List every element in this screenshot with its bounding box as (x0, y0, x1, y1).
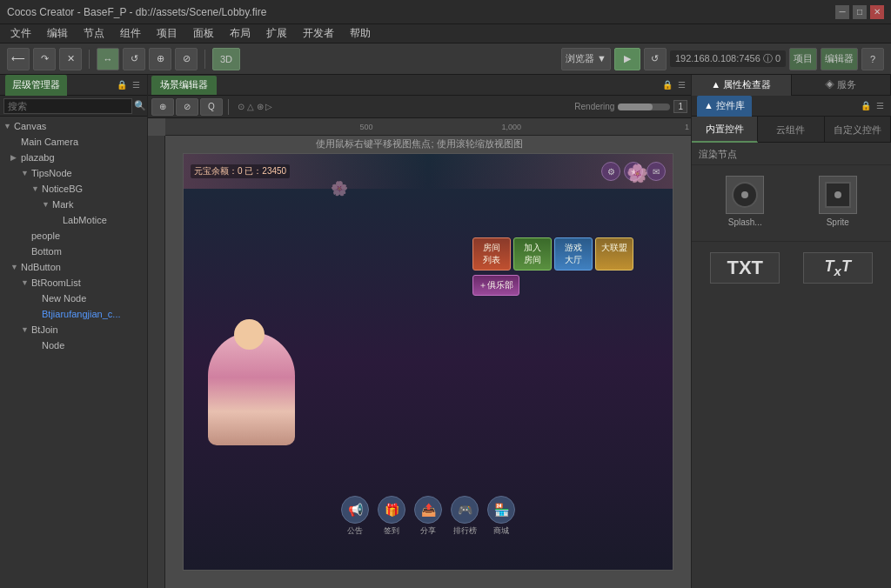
game-character (208, 332, 295, 445)
tree-item[interactable]: Bottom (0, 244, 147, 259)
tree-item[interactable]: ▼ Mark (0, 197, 147, 212)
custom-tab[interactable]: 自定义控件 (825, 117, 891, 143)
menu-panel[interactable]: 面板 (186, 24, 221, 43)
inspector-tab[interactable]: ▲ 属性检查器 (692, 75, 792, 96)
tree-item[interactable]: New Node (0, 291, 147, 306)
menu-developer[interactable]: 开发者 (296, 24, 341, 43)
scene-editor-panel: 场景编辑器 🔒 ☰ ⊕ ⊘ Q ⊙ △ ⊛ ▷ Rendering 1 (148, 75, 691, 588)
help-button[interactable]: ? (861, 48, 884, 70)
game-icon-3: ✉ (646, 162, 666, 181)
tree-item[interactable]: LabMotice (0, 212, 147, 228)
project-button[interactable]: 项目 (789, 48, 817, 70)
menu-file[interactable]: 文件 (3, 24, 38, 43)
italic-txt-label: TxT (825, 257, 851, 278)
game-preview: 元宝余额：0 已：23450 ⚙ ★ ✉ (183, 153, 673, 571)
service-tab[interactable]: ◈ 服务 (792, 75, 892, 96)
menu-help[interactable]: 帮助 (343, 24, 378, 43)
component-grid: Splash... Sprite (692, 165, 891, 237)
tree-item[interactable]: ▼ NoticeBG (0, 181, 147, 197)
tree-label: Mark (52, 199, 73, 210)
tree-item[interactable]: ▼ Canvas (0, 118, 147, 134)
menu-component[interactable]: 组件 (113, 24, 148, 43)
close-button[interactable]: ✕ (870, 5, 884, 19)
close-scene-button[interactable]: ✕ (59, 48, 82, 70)
ruler-mark-500: 500 (359, 123, 372, 131)
browser-button[interactable]: 浏览器 ▼ (561, 48, 611, 70)
italic-txt-component[interactable]: TxT (795, 252, 881, 284)
component-menu-icon[interactable]: ☰ (874, 100, 886, 112)
tree-item[interactable]: Btjiarufangjian_c... (0, 306, 147, 322)
scene-view[interactable]: 500 1,000 1 使用鼠标右键平移视图焦点; 使用滚轮缩放视图图 元宝余额… (148, 118, 691, 588)
right-panel-tabs: ▲ 属性检查器 ◈ 服务 (692, 75, 891, 96)
tree-label: Btjiarufangjian_c... (42, 309, 121, 319)
scene-fit[interactable]: Q (200, 98, 223, 116)
zoom-slider[interactable] (618, 104, 670, 110)
scene-zoom-out[interactable]: ⊘ (176, 98, 198, 116)
hierarchy-menu-icon[interactable]: ☰ (130, 79, 142, 91)
rendering-label: Rendering (574, 102, 614, 111)
text-component-area: TXT TxT (692, 245, 891, 291)
hierarchy-tree: ▼ Canvas Main Camera ▶ plazabg ▼ TipsNod… (0, 117, 147, 588)
play-button[interactable]: ▶ (614, 48, 640, 70)
tree-item[interactable]: ▼ TipsNode (0, 165, 147, 181)
maximize-button[interactable]: □ (853, 5, 867, 19)
hierarchy-lock-icon[interactable]: 🔒 (116, 79, 128, 91)
scene-lock-icon[interactable]: 🔒 (661, 79, 673, 91)
move-tool-button[interactable]: ↔ (97, 48, 119, 70)
redo-button[interactable]: ↷ (33, 48, 56, 70)
tree-item[interactable]: ▼ BtJoin (0, 322, 147, 337)
game-bottom-icon-2: 🎁 签到 (378, 496, 405, 537)
tree-item[interactable]: ▼ BtRoomList (0, 275, 147, 291)
hierarchy-search-bar: 🔍 ＋ ↺ (0, 96, 147, 117)
scene-menu-icon[interactable]: ☰ (675, 79, 687, 91)
tree-item[interactable]: ▶ plazabg (0, 150, 147, 165)
hierarchy-search-input[interactable] (3, 98, 132, 114)
game-top-label: 元宝余额：0 已：23450 (191, 164, 290, 178)
component-tabs: 内置控件 云组件 自定义控件 (692, 117, 891, 143)
txt-component[interactable]: TXT (702, 252, 788, 284)
game-bottom-icon-3: 📤 分享 (414, 496, 442, 537)
menu-extension[interactable]: 扩展 (259, 24, 294, 43)
minimize-button[interactable]: ─ (835, 5, 849, 19)
menu-layout[interactable]: 布局 (223, 24, 258, 43)
menu-node[interactable]: 节点 (77, 24, 111, 43)
rotate-tool-button[interactable]: ↺ (123, 48, 145, 70)
scene-zoom-in[interactable]: ⊕ (151, 98, 174, 116)
scene-editor-tab[interactable]: 场景编辑器 (151, 76, 217, 95)
tree-label: Node (42, 340, 64, 351)
game-bottom-icon-5: 🏪 商城 (487, 496, 515, 537)
search-icon[interactable]: 🔍 (134, 100, 146, 111)
tree-item[interactable]: Main Camera (0, 134, 147, 150)
splash-icon (726, 176, 764, 214)
tree-label: LabMotice (63, 215, 107, 225)
component-lock-icon[interactable]: 🔒 (860, 100, 872, 112)
right-panel: ▲ 属性检查器 ◈ 服务 ▲ 控件库 🔒 ☰ 内置控件 (691, 75, 891, 588)
cloud-tab[interactable]: 云组件 (758, 117, 824, 143)
editor-button[interactable]: 编辑器 (821, 48, 858, 70)
sprite-component[interactable]: Sprite (795, 176, 881, 227)
tree-label: Bottom (31, 246, 62, 257)
builtin-tab[interactable]: 内置控件 (692, 117, 758, 143)
toolbar-separator-2 (204, 50, 205, 69)
menu-project[interactable]: 项目 (150, 24, 184, 43)
undo-button[interactable]: ⟵ (7, 48, 30, 70)
scene-canvas-area[interactable]: 元宝余额：0 已：23450 ⚙ ★ ✉ (165, 136, 691, 588)
component-panel-tab[interactable]: ▲ 控件库 (697, 96, 752, 117)
tree-label: TipsNode (31, 168, 72, 178)
rect-tool-button[interactable]: ⊘ (175, 48, 198, 70)
tree-item[interactable]: Node (0, 337, 147, 353)
scale-tool-button[interactable]: ⊕ (149, 48, 171, 70)
titlebar: Cocos Creator - BaseF_P - db://assets/Sc… (0, 0, 891, 24)
refresh-button[interactable]: ↺ (644, 48, 667, 70)
tree-item[interactable]: ▼ NdButton (0, 259, 147, 275)
scene-toolbar-right: Rendering 1 (574, 100, 687, 113)
menu-edit[interactable]: 编辑 (40, 24, 75, 43)
3d-mode-button[interactable]: 3D (212, 48, 240, 70)
splash-component[interactable]: Splash... (702, 176, 788, 227)
window-title: Cocos Creator - BaseF_P - db://assets/Sc… (7, 6, 266, 18)
hierarchy-panel: 层级管理器 🔒 ☰ 🔍 ＋ ↺ ▼ Canvas Main Camera ▶ (0, 75, 148, 588)
hierarchy-tab[interactable]: 层级管理器 (5, 75, 67, 96)
main-area: 层级管理器 🔒 ☰ 🔍 ＋ ↺ ▼ Canvas Main Camera ▶ (0, 75, 891, 588)
tree-item[interactable]: people (0, 228, 147, 244)
tree-arrow: ▼ (42, 200, 52, 209)
